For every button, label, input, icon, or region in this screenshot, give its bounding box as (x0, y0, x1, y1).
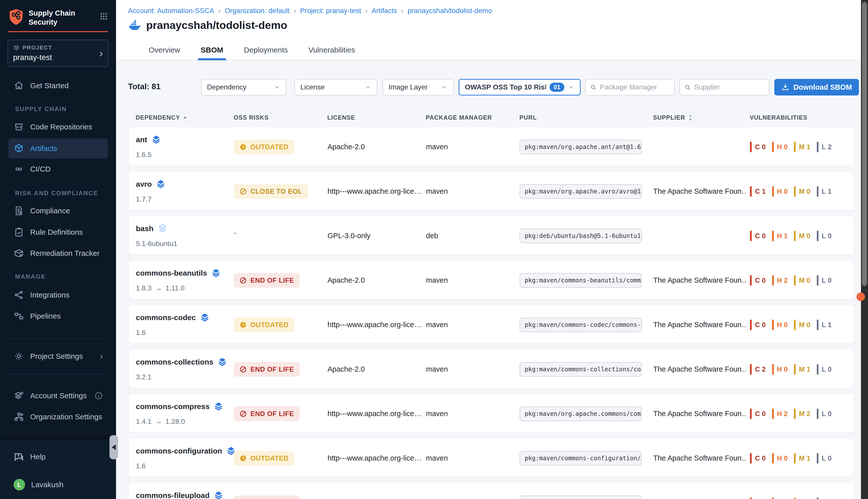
vuln-medium-bar (794, 186, 796, 197)
sidebar-section-supply-chain: SUPPLY CHAIN (15, 106, 67, 112)
breadcrumb-project[interactable]: Project: pranay-test (300, 7, 361, 15)
dependency-version: 3.2.1 (136, 373, 151, 381)
table-row[interactable]: avro1.7.7CLOSE TO EOLhttp---www.apache.o… (128, 171, 854, 210)
active-tab-underline (198, 58, 226, 60)
column-header-oss-risks[interactable]: OSS RISKS (234, 114, 269, 121)
sidebar-item-organization-settings[interactable]: Organization Settings (8, 408, 108, 426)
org-chart-gear-icon (14, 412, 24, 422)
sidebar-item-cicd[interactable]: CI/CD (8, 160, 108, 178)
vuln-low-bar (817, 231, 819, 241)
sidebar-item-artifacts[interactable]: Artifacts (8, 138, 108, 159)
table-row[interactable]: commons-fileuploadEND OF LIFEApache-2.0m… (128, 483, 854, 499)
supplier-search-input[interactable] (694, 83, 764, 91)
purl-chip[interactable]: pkg:maven/commons-codec/commons-… (520, 318, 642, 332)
tab-sbom[interactable]: SBOM (198, 46, 226, 60)
vuln-high-bar (772, 275, 774, 286)
vuln-medium: M0 (794, 186, 811, 197)
sidebar-item-code-repositories[interactable]: Code Repositories (8, 118, 108, 136)
code-repository-icon (14, 122, 24, 132)
vuln-low: L0 (817, 498, 832, 499)
column-header-package-manager[interactable]: PACKAGE MANAGER (426, 114, 492, 121)
table-row[interactable]: commons-collections3.2.1END OF LIFEApach… (128, 349, 854, 388)
vuln-critical-bar (750, 409, 752, 419)
project-selector[interactable]: PROJECT pranay-test › (8, 40, 109, 67)
help-button[interactable]: Help (8, 448, 46, 466)
user-menu[interactable]: L Lavakush (8, 476, 63, 494)
purl-chip[interactable]: pkg:maven/org.apache.ant/ant@1.6… (520, 140, 642, 154)
purl-chip[interactable]: pkg:maven/commons-beanutils/comm… (520, 273, 642, 288)
page-scrollbar-thumb[interactable] (862, 2, 867, 286)
main-area: Account: Automation-SSCA› Organization: … (116, 0, 868, 499)
breadcrumb-separator: › (218, 7, 221, 15)
app-switcher-grid-icon[interactable] (99, 12, 108, 21)
oss-risk-badge: END OF LIFE (234, 362, 300, 377)
help-label: Help (30, 452, 46, 461)
home-icon (14, 81, 24, 91)
tab-vulnerabilities[interactable]: Vulnerabilities (306, 46, 358, 60)
table-row[interactable]: commons-compress1.4.1 → 1.28.0END OF LIF… (128, 394, 854, 433)
purl-chip[interactable]: pkg:deb/ubuntu/bash@5.1-6ubuntu1 (520, 229, 642, 243)
sidebar-item-rule-definitions[interactable]: Rule Definitions (8, 223, 108, 241)
sidebar-item-account-settings[interactable]: Account Settings (8, 387, 108, 405)
sidebar-item-get-started[interactable]: Get Started (8, 77, 108, 95)
sidebar-item-project-settings[interactable]: Project Settings › (8, 347, 108, 365)
vuln-critical: C1 (750, 498, 766, 499)
slash-circle-icon (239, 277, 247, 284)
layers-icon (200, 313, 210, 322)
owasp-risks-filter-dropdown[interactable]: OWASP OSS Top 10 Risks 01 (459, 79, 581, 96)
table-row[interactable]: bash5.1-6ubuntu1-GPL-3.0-onlydebpkg:deb/… (128, 216, 854, 255)
column-header-license[interactable]: LICENSE (327, 114, 355, 121)
package-manager-cell: maven (426, 365, 448, 373)
sidebar-item-pipelines[interactable]: Pipelines (8, 307, 108, 325)
breadcrumb-organization[interactable]: Organization: default (224, 7, 289, 15)
supplier-search (679, 79, 769, 96)
oss-risk-badge: END OF LIFE (234, 273, 300, 288)
table-row[interactable]: commons-beanutils1.8.3 → 1.11.0END OF LI… (128, 260, 854, 299)
breadcrumb-current[interactable]: pranaycshah/todolist-demo (408, 7, 492, 15)
breadcrumb-account[interactable]: Account: Automation-SSCA (128, 7, 214, 15)
infinity-icon (14, 164, 24, 174)
column-header-purl[interactable]: PURL (519, 114, 537, 121)
dependency-filter-dropdown[interactable]: Dependency (201, 79, 286, 96)
tab-deployments[interactable]: Deployments (241, 46, 291, 60)
info-icon[interactable] (102, 413, 103, 421)
table-row[interactable]: ant1.6.5OUTDATEDApache-2.0mavenpkg:maven… (128, 127, 854, 166)
vuln-medium-bar (794, 231, 796, 241)
purl-chip[interactable]: pkg:maven/org.apache.commons/com… (520, 406, 642, 421)
download-sbom-button[interactable]: Download SBOM (774, 79, 859, 96)
image-layer-filter-dropdown[interactable]: Image Layer (383, 79, 454, 96)
notification-dot[interactable] (856, 292, 865, 301)
purl-chip[interactable]: pkg:maven/commons-collections/co… (520, 362, 642, 377)
vuln-low-bar (817, 275, 819, 286)
vulnerability-counts: C1H0M0L0 (750, 498, 838, 499)
tab-overview[interactable]: Overview (146, 46, 183, 60)
purl-chip[interactable]: pkg:maven/commons-configuration/… (520, 451, 642, 465)
table-row[interactable]: commons-codec1.6OUTDATEDhttp---www.apach… (128, 305, 854, 344)
vuln-critical-bar (750, 186, 752, 197)
dependency-version: 1.7.7 (136, 195, 151, 203)
purl-chip[interactable]: pkg:maven/commons-fileupload/com… (520, 496, 642, 499)
layers-icon (213, 490, 224, 499)
purl-chip[interactable]: pkg:maven/org.apache.avro/avro@1… (520, 184, 642, 199)
vuln-high: H2 (772, 275, 788, 286)
sidebar-collapse-handle[interactable] (110, 435, 118, 459)
slash-circle-icon (239, 366, 247, 373)
vuln-medium: M0 (794, 320, 811, 330)
table-rows: ant1.6.5OUTDATEDApache-2.0mavenpkg:maven… (128, 127, 854, 499)
vuln-medium: M0 (794, 275, 811, 286)
column-header-dependency[interactable]: DEPENDENCY (136, 114, 188, 121)
column-header-vulnerabilities[interactable]: VULNERABILITIES (750, 114, 807, 121)
sidebar-item-compliance[interactable]: Compliance (8, 202, 108, 220)
page-scrollbar-track[interactable] (861, 0, 868, 499)
vuln-critical-bar (750, 231, 752, 241)
sidebar-item-integrations[interactable]: Integrations (8, 286, 108, 304)
package-manager-search-input[interactable] (600, 83, 670, 91)
license-filter-dropdown[interactable]: License (294, 79, 377, 96)
column-header-supplier[interactable]: SUPPLIER (653, 114, 693, 121)
info-icon[interactable] (95, 391, 103, 400)
vuln-high: H0 (772, 453, 788, 464)
sidebar-item-remediation-tracker[interactable]: Remediation Tracker (8, 244, 108, 262)
table-row[interactable]: commons-configuration1.6OUTDATEDhttp---w… (128, 438, 854, 477)
download-icon (781, 83, 790, 91)
breadcrumb-artifacts[interactable]: Artifacts (372, 7, 397, 15)
